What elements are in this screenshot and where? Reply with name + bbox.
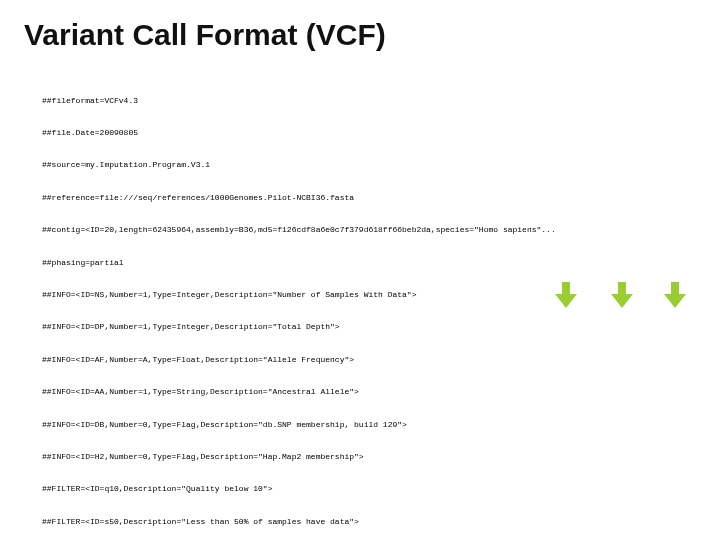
vcf-line: ##INFO=<ID=NS,Number=1,Type=Integer,Desc…	[42, 290, 696, 301]
slide: Variant Call Format (VCF) ##fileformat=V…	[0, 0, 720, 540]
vcf-line: ##contig=<ID=20,length=62435964,assembly…	[42, 225, 696, 236]
vcf-line: ##INFO=<ID=AA,Number=1,Type=String,Descr…	[42, 387, 696, 398]
vcf-line: ##INFO=<ID=H2,Number=0,Type=Flag,Descrip…	[42, 452, 696, 463]
vcf-line: ##file.Date=20090805	[42, 128, 696, 139]
vcf-line: ##phasing=partial	[42, 258, 696, 269]
vcf-line: ##FILTER=<ID=s50,Description="Less than …	[42, 517, 696, 528]
vcf-line: ##INFO=<ID=DP,Number=1,Type=Integer,Desc…	[42, 322, 696, 333]
vcf-line: ##reference=file:///seq/references/1000G…	[42, 193, 696, 204]
vcf-line: ##fileformat=VCFv4.3	[42, 96, 696, 107]
slide-title: Variant Call Format (VCF)	[24, 18, 696, 52]
arrow-down-icon	[555, 282, 577, 312]
vcf-line: ##INFO=<ID=DB,Number=0,Type=Flag,Descrip…	[42, 420, 696, 431]
vcf-line: ##FILTER=<ID=q10,Description="Quality be…	[42, 484, 696, 495]
vcf-code-block: ##fileformat=VCFv4.3 ##file.Date=2009080…	[42, 74, 696, 540]
vcf-line: ##INFO=<ID=AF,Number=A,Type=Float,Descri…	[42, 355, 696, 366]
arrow-down-icon	[611, 282, 633, 312]
vcf-line: ##source=my.Imputation.Program.V3.1	[42, 160, 696, 171]
arrow-down-icon	[664, 282, 686, 312]
